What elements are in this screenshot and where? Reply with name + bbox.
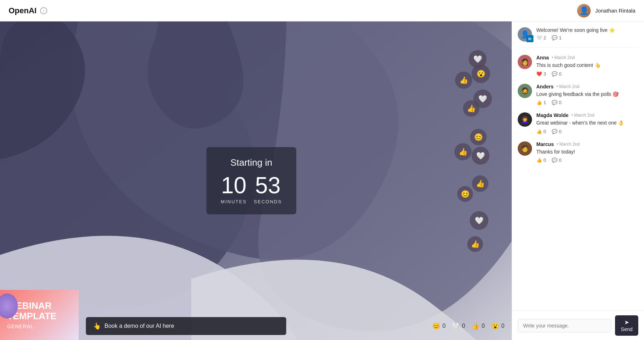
reaction-bubble-heart3: 🤍 [472,147,489,165]
magda-comment[interactable]: 💬 0 [552,129,561,134]
linkedin-badge: in [526,35,533,42]
avatar [577,4,591,18]
first-post: 👤 in Welcome! We're soon going live ⭐ 🤍 … [518,27,638,48]
anna-name: Anna [536,55,549,60]
heart-icon: 🤍 [536,35,542,40]
magda-name: Magda Wolde [536,112,569,118]
comment-icon: 💬 [552,35,557,40]
countdown-overlay: Starting in 10 MINUTES 53 SECONDS [206,147,296,214]
chat-input[interactable] [518,319,611,332]
comment-icon: 💬 [552,71,557,77]
first-post-likes: 2 [543,35,546,40]
info-icon[interactable]: i [40,7,47,14]
anders-content: Anders • March 2nd Love giving feedback … [536,84,638,106]
send-button[interactable]: ➤ Send [615,315,638,336]
reaction-bubble-heart4: 🤍 [470,211,488,230]
reaction-smile[interactable]: 😊 0 [432,322,445,330]
anna-comment[interactable]: 💬 0 [552,71,561,77]
countdown-numbers: 10 MINUTES 53 SECONDS [221,174,282,204]
comment-icon: 💬 [552,100,557,105]
smile-count: 0 [442,323,445,329]
reaction-bubble-smile: 😊 [470,129,487,145]
anna-comments: 0 [559,71,561,77]
user-name: Jonathan Rintala [595,8,635,14]
floating-reactions: 🤍 👍 😮 👍 🤍 😊 👍 🤍 👍 😊 🤍 👍 [462,43,490,297]
anders-name: Anders [536,84,553,89]
anna-text: This is such good content 👆 [536,62,638,69]
reaction-bubble-thumbsup5: 👍 [467,236,483,252]
magda-header: Magda Wolde • March 2nd [536,112,638,118]
anders-header: Anders • March 2nd [536,84,638,89]
reaction-bubble-thumbsup: 👍 [455,72,472,89]
magda-text: Great webinar - when's the next one 👌 [536,120,638,127]
marcus-header: Marcus • March 2nd [536,141,638,147]
chat-panel: 👤 in Welcome! We're soon going live ⭐ 🤍 … [512,21,644,340]
reaction-bar: 😊 0 🤍 0 👍 0 😮 0 [432,322,504,330]
anna-likes: 3 [543,71,546,77]
countdown-minutes-unit: 10 MINUTES [221,174,247,204]
marcus-avatar: 🧑 [518,141,532,156]
thumbsup-icon: 👍 [472,322,479,330]
anders-text: Love giving feedback via the polls 🎯 [536,91,638,98]
reaction-bubble-wow: 😮 [472,64,490,83]
avatar-face [577,4,591,18]
thumbsup-icon: 👍 [536,129,542,134]
header-right: Jonathan Rintala [577,4,635,18]
comment-icon: 💬 [552,129,557,134]
countdown-seconds-label: SECONDS [254,199,282,204]
marcus-comments: 0 [559,157,561,163]
send-icon: ➤ [624,319,629,326]
countdown-minutes: 10 [221,174,247,197]
magda-like[interactable]: 👍 0 [536,129,546,134]
demo-button[interactable]: 👆 Book a demo of our AI here [86,317,286,335]
demo-button-label: Book a demo of our AI here [104,323,174,329]
reaction-wow[interactable]: 😮 0 [491,322,504,330]
smile-icon: 😊 [432,322,440,330]
marcus-date: • March 2nd [557,142,580,147]
magda-avatar: 👩‍🦱 [518,112,532,127]
magda-content: Magda Wolde • March 2nd Great webinar - … [536,112,638,134]
first-post-comments: 1 [559,35,561,40]
header-left: OpenAI i [9,6,47,15]
anders-actions: 👍 1 💬 0 [536,100,638,105]
reaction-heart[interactable]: 🤍 0 [452,322,465,330]
countdown-minutes-label: MINUTES [221,199,247,204]
video-bottom-bar: WEBINARTEMPLATE GENERAL 👆 Book a demo of… [0,312,512,340]
chat-input-area: ➤ Send [512,311,644,340]
anders-like[interactable]: 👍 1 [536,100,546,105]
anna-actions: ❤️ 3 💬 0 [536,71,638,77]
message-magda: 👩‍🦱 Magda Wolde • March 2nd Great webina… [518,112,638,134]
wow-icon: 😮 [491,322,499,330]
reaction-bubble-thumbsup4: 👍 [472,175,488,192]
thumbsup-count: 0 [482,323,485,329]
first-post-actions: 🤍 2 💬 1 [536,35,638,40]
message-marcus: 🧑 Marcus • March 2nd Thanks for today! 👍… [518,141,638,163]
marcus-comment[interactable]: 💬 0 [552,157,561,163]
header: OpenAI i Jonathan Rintala [0,0,644,21]
send-label: Send [621,326,633,332]
anna-date: • March 2nd [552,55,575,60]
first-post-like-action[interactable]: 🤍 2 [536,35,546,40]
reaction-bubble-heart2: 🤍 [473,89,492,108]
first-post-comment-action[interactable]: 💬 1 [552,35,561,40]
message-anna: 👩 Anna • March 2nd This is such good con… [518,55,638,77]
wow-count: 0 [501,323,504,329]
countdown-seconds-unit: 53 SECONDS [254,174,282,204]
magda-date: • March 2nd [571,113,594,118]
heart-count: 0 [462,323,465,329]
marcus-like[interactable]: 👍 0 [536,157,546,163]
first-post-content: Welcome! We're soon going live ⭐ 🤍 2 💬 1 [536,27,638,40]
heart-filled-icon: ❤️ [536,71,542,77]
anders-comment[interactable]: 💬 0 [552,100,561,105]
reaction-thumbsup[interactable]: 👍 0 [472,322,485,330]
anders-likes: 1 [543,100,546,105]
magda-actions: 👍 0 💬 0 [536,129,638,134]
chat-messages: 👤 in Welcome! We're soon going live ⭐ 🤍 … [512,21,644,311]
banner-subtitle: GENERAL [7,324,72,329]
anna-like[interactable]: ❤️ 3 [536,71,546,77]
marcus-text: Thanks for today! [536,149,638,156]
logo: OpenAI [9,6,36,15]
anders-avatar: 🧔 [518,84,532,98]
anna-header: Anna • March 2nd [536,55,638,60]
message-anders: 🧔 Anders • March 2nd Love giving feedbac… [518,84,638,106]
